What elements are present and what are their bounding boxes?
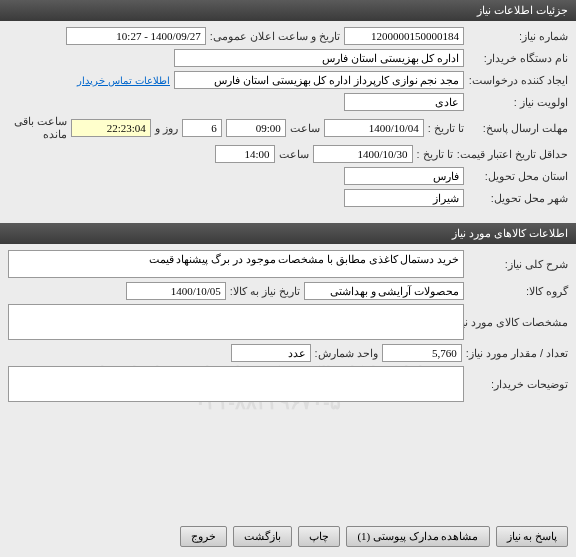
unit-label: واحد شمارش: — [315, 347, 378, 360]
notes-label: توضیحات خریدار: — [468, 378, 568, 391]
days-field[interactable] — [182, 119, 222, 137]
priority-field[interactable] — [344, 93, 464, 111]
qty-field[interactable] — [382, 344, 462, 362]
footer-buttons: پاسخ به نیاز مشاهده مدارک پیوستی (1) چاپ… — [0, 522, 576, 551]
need-info-section: شماره نیاز: تاریخ و ساعت اعلان عمومی: نا… — [0, 21, 576, 217]
grp-field[interactable] — [304, 282, 464, 300]
need-date-field[interactable] — [126, 282, 226, 300]
min-valid-time-field[interactable] — [215, 145, 275, 163]
grp-label: گروه کالا: — [468, 285, 568, 298]
remain-time-field — [71, 119, 151, 137]
org-field[interactable] — [174, 49, 464, 67]
creator-label: ایجاد کننده درخواست: — [468, 74, 568, 87]
print-button[interactable]: چاپ — [298, 526, 340, 547]
qty-label: تعداد / مقدار مورد نیاز: — [466, 347, 568, 360]
page-header: جزئیات اطلاعات نیاز — [0, 0, 576, 21]
desc-field[interactable]: خرید دستمال کاغذی مطابق با مشخصات موجود … — [8, 250, 464, 278]
back-button[interactable]: بازگشت — [233, 526, 292, 547]
min-valid-date-field[interactable] — [313, 145, 413, 163]
req-no-label: شماره نیاز: — [468, 30, 568, 43]
to-date-label-2: تا تاریخ : — [417, 148, 453, 161]
ann-date-field[interactable] — [66, 27, 206, 45]
province-label: استان محل تحویل: — [468, 170, 568, 183]
unit-field[interactable] — [231, 344, 311, 362]
province-field[interactable] — [344, 167, 464, 185]
req-no-field[interactable] — [344, 27, 464, 45]
goods-section-header: اطلاعات کالاهای مورد نیاز — [0, 223, 576, 244]
city-field[interactable] — [344, 189, 464, 207]
remain-label: ساعت باقی مانده — [8, 115, 67, 141]
creator-field[interactable] — [174, 71, 464, 89]
need-date-label: تاریخ نیاز به کالا: — [230, 285, 300, 298]
time-label-1: ساعت — [290, 122, 320, 135]
page-title: جزئیات اطلاعات نیاز — [477, 4, 568, 16]
days-label: روز و — [155, 122, 178, 135]
goods-title: اطلاعات کالاهای مورد نیاز — [452, 227, 568, 239]
reply-button[interactable]: پاسخ به نیاز — [496, 526, 569, 547]
to-date-label: تا تاریخ : — [428, 122, 464, 135]
priority-label: اولویت نیاز : — [468, 96, 568, 109]
exit-button[interactable]: خروج — [180, 526, 227, 547]
time-label-2: ساعت — [279, 148, 309, 161]
notes-field[interactable] — [8, 366, 464, 402]
contact-link[interactable]: اطلاعات تماس خریدار — [77, 75, 170, 86]
desc-label: شرح کلی نیاز: — [468, 258, 568, 271]
org-label: نام دستگاه خریدار: — [468, 52, 568, 65]
spec-field[interactable] — [8, 304, 464, 340]
city-label: شهر محل تحویل: — [468, 192, 568, 205]
deadline-label: مهلت ارسال پاسخ: — [468, 122, 568, 135]
deadline-time-field[interactable] — [226, 119, 286, 137]
goods-section: شرح کلی نیاز: خرید دستمال کاغذی مطابق با… — [0, 244, 576, 412]
deadline-date-field[interactable] — [324, 119, 424, 137]
ann-date-label: تاریخ و ساعت اعلان عمومی: — [210, 30, 340, 43]
min-valid-label: حداقل تاریخ اعتبار قیمت: — [457, 148, 568, 161]
attachments-button[interactable]: مشاهده مدارک پیوستی (1) — [346, 526, 489, 547]
spec-label: مشخصات کالای مورد نیاز: — [468, 316, 568, 329]
